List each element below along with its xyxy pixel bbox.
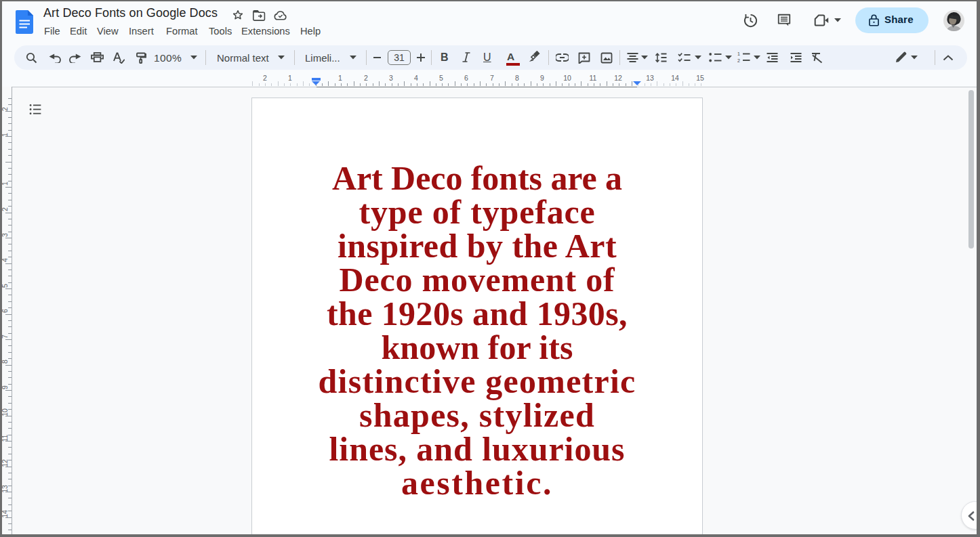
svg-text:2: 2 <box>737 58 740 63</box>
svg-text:1: 1 <box>737 51 740 56</box>
